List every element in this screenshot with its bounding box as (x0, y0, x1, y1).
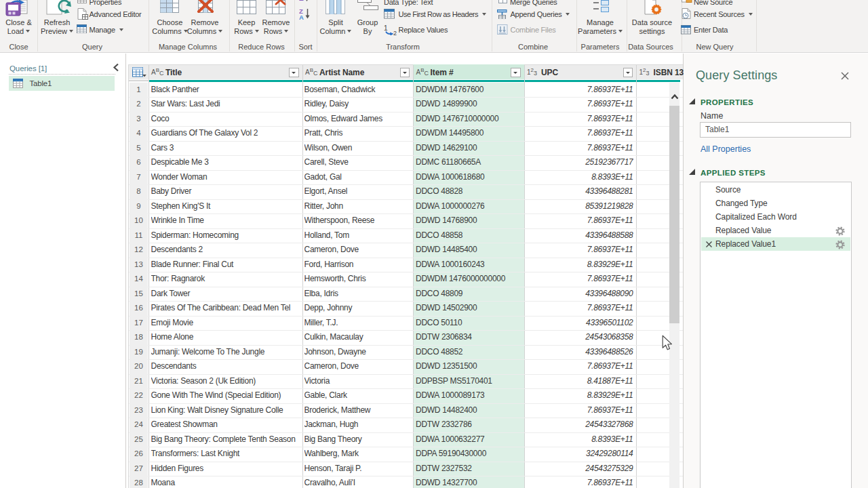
svg-text:1: 1 (384, 24, 388, 32)
svg-text:2: 2 (393, 30, 397, 35)
svg-text:Z: Z (299, 0, 304, 2)
svg-text:A: A (299, 14, 304, 20)
